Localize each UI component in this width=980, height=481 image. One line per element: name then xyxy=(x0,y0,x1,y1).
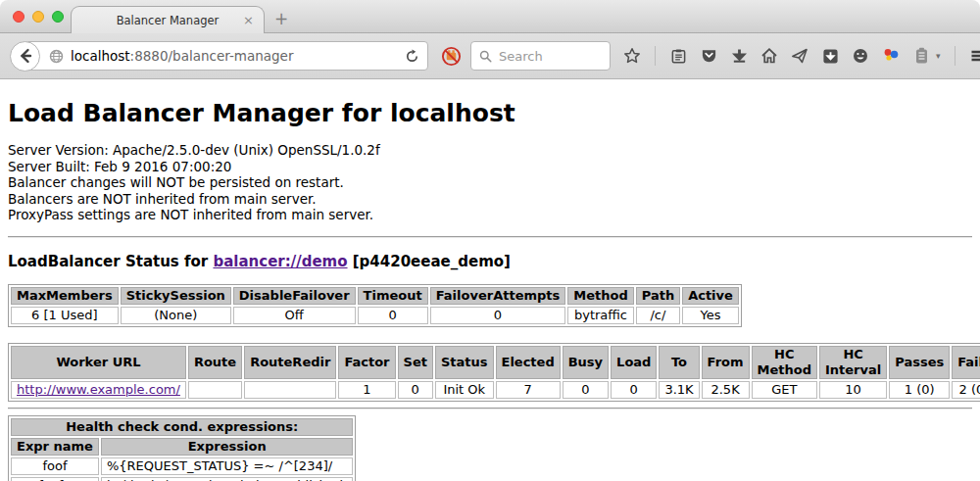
bookmarks-menu-icon[interactable] xyxy=(669,47,687,65)
cell-fails: 2 (0) xyxy=(952,381,980,399)
browser-window: Balancer Manager × + localhost:8880/bala… xyxy=(0,0,980,481)
worker-status-table: Worker URL Route RouteRedir Factor Set S… xyxy=(8,343,980,402)
col-failoverattempts: FailoverAttempts xyxy=(430,287,566,305)
url-domain: localhost xyxy=(71,48,130,64)
overflow-caret-icon[interactable]: ▾ xyxy=(936,51,941,61)
status-suffix: [p4420eeae_demo] xyxy=(348,253,511,270)
cell-hc-interval: 10 xyxy=(819,381,887,399)
col-worker-url: Worker URL xyxy=(11,346,186,379)
server-built-line: Server Built: Feb 9 2016 07:00:20 xyxy=(8,159,972,175)
col-passes: Passes xyxy=(889,346,950,379)
col-hc-method: HC Method xyxy=(752,346,817,379)
col-stickysession: StickySession xyxy=(121,287,231,305)
col-factor: Factor xyxy=(338,346,395,379)
col-status: Status xyxy=(435,346,494,379)
col-elected: Elected xyxy=(496,346,561,379)
health-table-title: Health check cond. expressions: xyxy=(11,418,353,436)
col-maxmembers: MaxMembers xyxy=(11,287,119,305)
status-prefix: LoadBalancer Status for xyxy=(8,253,213,270)
table-title-row: Health check cond. expressions: xyxy=(11,418,353,436)
server-version-line: Server Version: Apache/2.5.0-dev (Unix) … xyxy=(8,142,972,159)
menu-hamburger-icon[interactable] xyxy=(969,47,980,65)
page-content: Load Balancer Manager for localhost Serv… xyxy=(0,79,980,481)
proxypass-notice-line: ProxyPass settings are NOT inherited fro… xyxy=(8,207,972,223)
plugin-blocked-icon[interactable] xyxy=(441,46,462,67)
url-text[interactable]: localhost:8880/balancer-manager xyxy=(71,48,397,64)
window-controls xyxy=(13,11,64,23)
page-title: Load Balancer Manager for localhost xyxy=(8,79,972,127)
titlebar: Balancer Manager × + xyxy=(0,0,980,33)
addon-panel-icon[interactable] xyxy=(912,47,930,65)
col-path: Path xyxy=(636,287,680,305)
back-button[interactable] xyxy=(10,41,40,72)
cell-failoverattempts: 0 xyxy=(430,307,566,324)
col-active: Active xyxy=(682,287,739,305)
col-route: Route xyxy=(188,346,242,379)
worker-url-link[interactable]: http://www.example.com/ xyxy=(17,382,180,397)
cell-active: Yes xyxy=(682,307,739,324)
col-busy: Busy xyxy=(563,346,609,379)
col-disablefailover: DisableFailover xyxy=(233,287,356,305)
url-bar[interactable]: localhost:8880/balancer-manager xyxy=(24,41,428,71)
cell-elected: 7 xyxy=(496,381,561,399)
home-icon[interactable] xyxy=(760,47,778,65)
persist-notice-line: Balancer changes will NOT be persisted o… xyxy=(8,174,972,191)
cell-hc-method: GET xyxy=(752,381,817,399)
cell-status: Init Ok xyxy=(435,381,494,399)
site-identity-globe-icon[interactable] xyxy=(49,49,64,64)
col-expression: Expression xyxy=(101,438,354,456)
new-tab-button[interactable]: + xyxy=(274,9,288,28)
cell-route xyxy=(188,381,242,399)
cell-set: 0 xyxy=(398,381,433,399)
cell-timeout: 0 xyxy=(358,307,428,324)
cell-disablefailover: Off xyxy=(233,307,356,324)
balancer-demo-link[interactable]: balancer://demo xyxy=(213,253,347,270)
table-row: http://www.example.com/ 1 0 Init Ok 7 0 … xyxy=(11,381,980,399)
hello-smiley-icon[interactable] xyxy=(852,47,869,65)
cell-path: /c/ xyxy=(636,307,680,324)
col-from: From xyxy=(702,346,750,379)
url-path: :8880/balancer-manager xyxy=(130,48,294,64)
table-header-row: Worker URL Route RouteRedir Factor Set S… xyxy=(11,346,980,379)
balancer-status-heading: LoadBalancer Status for balancer://demo … xyxy=(8,253,972,270)
col-fails: Fails xyxy=(952,346,980,379)
cell-expr-name: foof xyxy=(11,457,99,475)
reload-button[interactable] xyxy=(405,49,419,64)
search-icon xyxy=(479,50,492,63)
col-set: Set xyxy=(398,346,433,379)
inherit-notice-line: Balancers are NOT inherited from main se… xyxy=(8,191,972,208)
cell-load: 0 xyxy=(611,381,657,399)
zoom-window-button[interactable] xyxy=(52,11,64,23)
navigation-toolbar: localhost:8880/balancer-manager xyxy=(0,33,980,79)
cell-worker-url: http://www.example.com/ xyxy=(11,381,186,399)
table-header-row: Expr name Expression xyxy=(11,438,353,456)
close-window-button[interactable] xyxy=(13,11,24,23)
toolbar-divider xyxy=(655,46,656,66)
cell-expr-name: foof2 xyxy=(11,477,99,481)
bookmark-star-icon[interactable] xyxy=(623,47,641,65)
downloads-icon[interactable] xyxy=(730,47,748,65)
col-expr-name: Expr name xyxy=(11,438,99,456)
server-info: Server Version: Apache/2.5.0-dev (Unix) … xyxy=(8,142,972,223)
share-plane-icon[interactable] xyxy=(791,47,808,65)
cell-factor: 1 xyxy=(338,381,395,399)
health-check-expressions-table: Health check cond. expressions: Expr nam… xyxy=(8,415,356,481)
tab-title: Balancer Manager xyxy=(117,14,220,27)
table-row: foof2 hc('body') =~ /domain is establish… xyxy=(11,477,353,481)
color-dots-addon-icon[interactable] xyxy=(882,47,900,65)
search-input[interactable]: Search xyxy=(470,41,611,71)
table-row: 6 [1 Used] (None) Off 0 0 bytraffic /c/ … xyxy=(11,307,739,324)
pocket-icon[interactable] xyxy=(700,47,717,65)
col-routeredir: RouteRedir xyxy=(244,346,336,379)
table-header-row: MaxMembers StickySession DisableFailover… xyxy=(11,287,739,305)
tab-close-icon[interactable]: × xyxy=(243,13,254,27)
col-hc-interval: HC Interval xyxy=(819,346,887,379)
toolbar-icons: ▾ xyxy=(623,46,980,66)
toolbar-divider xyxy=(955,46,956,66)
video-download-icon[interactable] xyxy=(821,47,839,65)
minimize-window-button[interactable] xyxy=(32,11,44,23)
col-method: Method xyxy=(567,287,633,305)
cell-maxmembers: 6 [1 Used] xyxy=(11,307,119,324)
tab-balancer-manager[interactable]: Balancer Manager × xyxy=(71,6,265,34)
section-divider xyxy=(8,236,972,238)
